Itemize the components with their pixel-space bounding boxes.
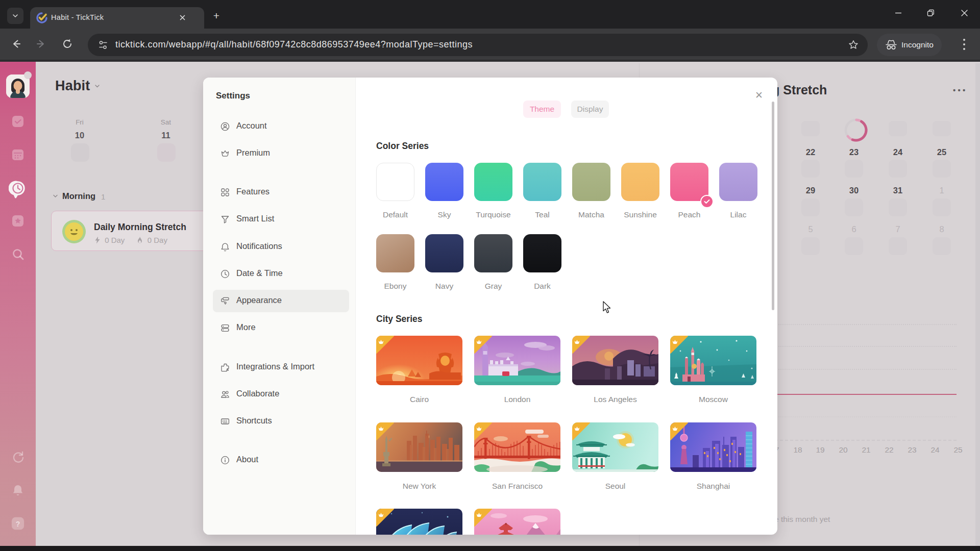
svg-text:?: ? bbox=[16, 520, 20, 528]
